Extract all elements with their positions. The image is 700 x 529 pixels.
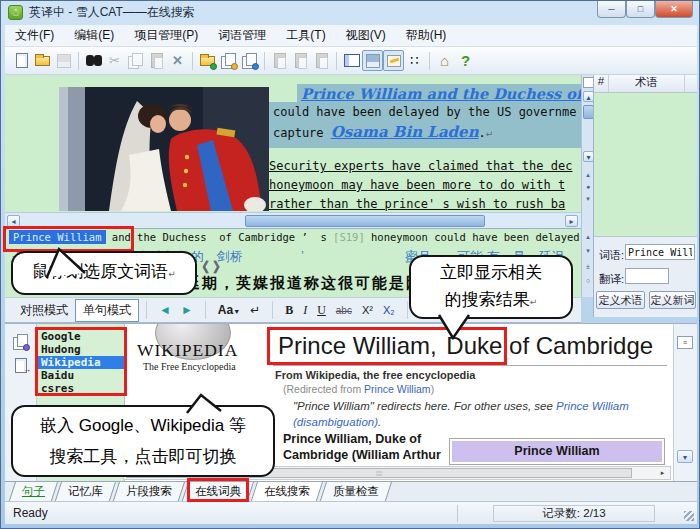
paste-special-icon-2[interactable]	[290, 50, 311, 71]
tab-quality-check[interactable]: 质量检查	[319, 482, 392, 503]
subscript-button[interactable]: X₂	[378, 304, 400, 316]
save-icon[interactable]	[53, 50, 74, 71]
paste-special-icon-3[interactable]	[311, 50, 332, 71]
wiki-scroll-right-button[interactable]: ▸	[656, 468, 669, 478]
wiki-scroll-down-button[interactable]: ▾	[677, 450, 693, 463]
reading-list-icon[interactable]: ≡	[677, 336, 693, 349]
underline-button[interactable]: U	[312, 303, 331, 318]
grid-view-icon[interactable]: ∷	[404, 50, 425, 71]
royal-wedding-photo	[59, 87, 269, 211]
callout-embedded-engines: 嵌入 Google、Wikipedia 等 搜索工具，点击即可切换	[11, 405, 275, 477]
caret-down-icon: ▼	[233, 308, 240, 315]
word-label: 词语:	[599, 248, 624, 263]
source-line-1: could have been delayed by the US govern…	[273, 105, 576, 119]
resize-grip[interactable]	[684, 511, 694, 521]
wiki-infobox-title: Prince William	[452, 441, 662, 462]
disambiguation-link[interactable]: Prince William	[556, 400, 629, 412]
wiki-infobox: Prince William	[449, 438, 665, 465]
document-view: Prince William and the Duchess of Ca cou…	[5, 75, 581, 228]
status-divider	[457, 505, 458, 522]
source-line-2-text: capture	[273, 126, 331, 140]
menu-bar: 文件(F) 编辑(E) 项目管理(P) 词语管理 工具(T) 视图(V) 帮助(…	[5, 25, 697, 47]
callout-return-mark: ↵	[168, 269, 176, 279]
strikethrough-button[interactable]: abc	[331, 305, 357, 316]
wiki-body-line-1: Prince William, Duke of	[283, 432, 421, 446]
tab-fragment-search[interactable]: 片段搜索	[112, 482, 185, 503]
define-term-button[interactable]: 定义术语	[596, 291, 645, 309]
paragraph-mark: ↵	[486, 129, 494, 139]
scroll-right-button[interactable]: ▸	[565, 215, 578, 227]
copy-icon[interactable]	[125, 50, 146, 71]
disambiguation-link-2[interactable]: (disambiguation)	[293, 416, 378, 428]
compare-mode-button[interactable]: 对照模式	[13, 300, 75, 321]
menu-edit[interactable]: 编辑(E)	[64, 25, 124, 46]
open-file-icon[interactable]	[32, 50, 53, 71]
source-heading-link[interactable]: Prince William and the Duchess of Ca	[297, 84, 581, 103]
menu-project[interactable]: 项目管理(P)	[124, 25, 208, 46]
status-ready: Ready	[13, 506, 48, 520]
italic-button[interactable]: I	[298, 303, 312, 318]
copy-result-icon[interactable]	[10, 331, 31, 352]
new-document-icon[interactable]	[11, 50, 32, 71]
menu-file[interactable]: 文件(F)	[5, 25, 64, 46]
menu-tools[interactable]: 工具(T)	[276, 25, 335, 46]
wiki-redirect-line: (Redirected from Prince William)	[283, 383, 434, 395]
find-icon[interactable]	[83, 50, 104, 71]
wiki-from-line: From Wikipedia, the free encyclopedia	[275, 369, 475, 381]
application-window: ☃ 英译中 - 雪人CAT——在线搜索 ─ □ ✕ 文件(F) 编辑(E) 项目…	[0, 0, 700, 529]
callout-3-tail	[183, 393, 223, 415]
word-input[interactable]	[625, 244, 695, 260]
delete-icon[interactable]: ✕	[167, 50, 188, 71]
tab-sentence[interactable]: 句子	[8, 482, 58, 503]
minimize-button[interactable]: ─	[597, 1, 626, 18]
wiki-body-line-2: Cambridge (William Arthur	[283, 448, 441, 462]
next-arrow-icon[interactable]: ►	[176, 303, 198, 317]
project-settings-icon[interactable]	[197, 50, 218, 71]
wikipedia-tagline: The Free Encyclopedia	[143, 361, 236, 372]
superscript-button[interactable]: X²	[357, 304, 378, 316]
prev-arrow-icon[interactable]: ◄	[154, 303, 176, 317]
osama-bin-laden-link[interactable]: Osama Bin Laden	[331, 123, 479, 141]
window-title: 英译中 - 雪人CAT——在线搜索	[29, 4, 195, 21]
font-button[interactable]: Aa▼	[213, 303, 245, 317]
define-new-word-button[interactable]: 定义新词	[649, 291, 696, 309]
export-document-icon[interactable]	[239, 50, 260, 71]
wiki-title-rule	[273, 365, 667, 366]
bold-button[interactable]: B	[280, 303, 298, 318]
terms-header: # 术语	[594, 75, 697, 93]
wikipedia-logo-text: WIKIPEDIA	[137, 340, 238, 361]
scroll-thumb[interactable]	[245, 215, 485, 227]
cut-icon[interactable]: ✂	[104, 50, 125, 71]
segment-tag: [S19]	[333, 231, 365, 243]
callout-1-tail	[45, 245, 89, 279]
redirect-link[interactable]: Prince William	[364, 383, 431, 395]
menu-help[interactable]: 帮助(H)	[396, 25, 457, 46]
bottom-tab-bar: 句子 记忆库 片段搜索 在线词典 在线搜索 质量检查	[5, 481, 697, 501]
tab-online-search[interactable]: 在线搜索	[250, 482, 323, 503]
close-button[interactable]: ✕	[655, 1, 693, 18]
tab-translation-memory[interactable]: 记忆库	[54, 482, 115, 503]
menu-glossary[interactable]: 词语管理	[208, 25, 276, 46]
paste-icon[interactable]	[146, 50, 167, 71]
wiki-note-line-1: "Prince William" redirects here. For oth…	[293, 400, 629, 412]
wiki-vertical-scrollbar[interactable]: ≡ ▾	[673, 324, 697, 481]
home-icon[interactable]: ⌂	[434, 50, 455, 71]
menu-view[interactable]: 视图(V)	[336, 25, 396, 46]
import-document-icon[interactable]	[218, 50, 239, 71]
edit-layout-icon[interactable]	[383, 50, 404, 71]
wiki-note-line-2: (disambiguation).	[293, 416, 381, 428]
status-record-count: 记录数: 2/13	[493, 505, 655, 522]
paste-special-icon-1[interactable]	[269, 50, 290, 71]
export-result-icon[interactable]: →	[10, 355, 31, 376]
annotation-box-active-tab	[187, 478, 249, 502]
source-line-2: capture Osama Bin Laden.↵	[273, 123, 493, 141]
save-layout-icon[interactable]	[362, 50, 383, 71]
help-icon[interactable]: ?	[455, 50, 476, 71]
line-break-icon[interactable]: ↵	[245, 303, 265, 317]
source-paragraph-2: Security experts have claimed that the d…	[269, 157, 572, 214]
translation-input[interactable]	[625, 268, 669, 284]
status-bar: Ready 记录数: 2/13	[5, 501, 697, 524]
maximize-button[interactable]: □	[626, 1, 655, 18]
single-sentence-mode-button[interactable]: 单句模式	[75, 299, 139, 322]
column-view-icon[interactable]	[341, 50, 362, 71]
